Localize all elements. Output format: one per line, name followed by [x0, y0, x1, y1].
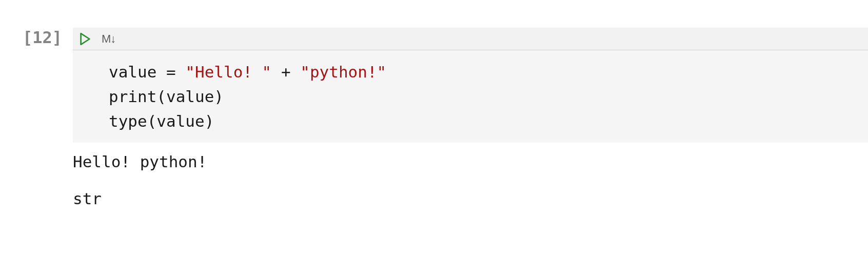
- run-icon[interactable]: [80, 33, 90, 45]
- code-token: +: [271, 63, 300, 81]
- code-token: =: [166, 63, 185, 81]
- markdown-toggle[interactable]: M↓: [102, 32, 115, 46]
- output-stdout: Hello! python!: [73, 151, 868, 173]
- code-token: print(value): [109, 87, 224, 106]
- code-editor[interactable]: value = "Hello! " + "python!" print(valu…: [73, 50, 868, 143]
- cell-body: M↓ value = "Hello! " + "python!" print(v…: [73, 28, 868, 224]
- cell-toolbar: M↓: [73, 28, 868, 50]
- svg-marker-0: [81, 33, 90, 45]
- code-token: type(value): [109, 112, 214, 130]
- code-token: value: [109, 63, 166, 81]
- code-string-token: "Hello! ": [185, 63, 271, 81]
- execution-count: [12]: [23, 28, 67, 47]
- output-result: str: [73, 188, 868, 210]
- code-string-token: "python!": [300, 63, 386, 81]
- cell-output: Hello! python! str: [73, 143, 868, 210]
- notebook-cell: [12] M↓ value = "Hello! " + "python!" pr…: [0, 0, 868, 224]
